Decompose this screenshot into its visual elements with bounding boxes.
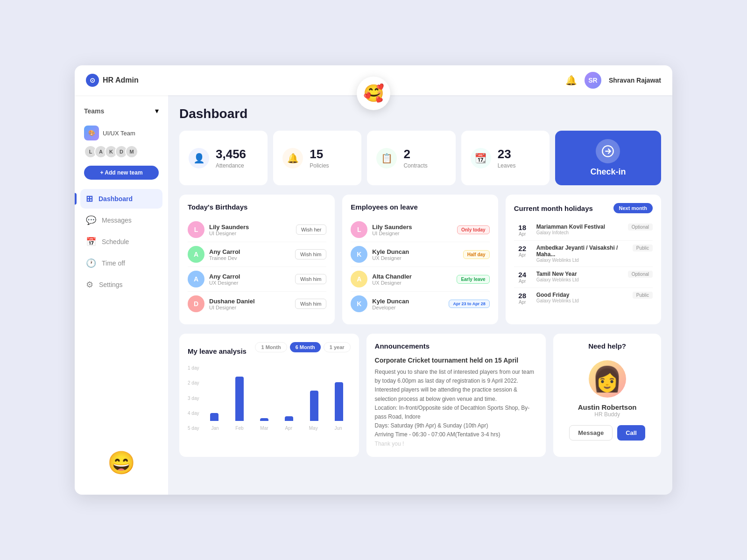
contracts-label: Contracts: [403, 162, 427, 169]
attendance-number: 3,456: [216, 147, 246, 161]
leave-item-2: A Alta Chandler UX Designer Early leave: [351, 267, 489, 292]
policies-info: 15 Policies: [310, 147, 329, 169]
birthday-role-1: Trainee Dev: [209, 255, 290, 261]
leave-role-2: UX Designer: [372, 280, 452, 286]
holiday-info-3: Good Friday Galaxy Weblinks Ltd: [536, 292, 627, 303]
bar-mar: [260, 418, 268, 421]
avatar: SR: [585, 72, 601, 89]
bar-apr: [285, 416, 293, 421]
chart-y-labels: 5 day 4 day 3 day 2 day 1 day: [188, 365, 199, 431]
sidebar-item-settings[interactable]: ⚙ Settings: [80, 275, 162, 294]
birthday-name-0: Lily Saunders: [209, 224, 291, 231]
holiday-date-3: 28 Apr: [514, 292, 531, 305]
holiday-type-1: Public: [633, 245, 653, 252]
team-label: Teams: [84, 107, 104, 115]
logo-icon: ⊙: [86, 74, 99, 87]
help-person-name: Austin Robertson: [578, 403, 637, 411]
main-content: Dashboard 👤 3,456 Attendance 🔔 15 Polici…: [168, 95, 672, 495]
birthday-avatar-1: A: [188, 246, 204, 263]
sidebar-item-label-timeoff: Time off: [102, 259, 125, 267]
bar-col-mar: [253, 365, 275, 421]
filter-1year[interactable]: 1 year: [324, 342, 351, 352]
sidebar-item-schedule[interactable]: 📅 Schedule: [80, 232, 162, 252]
leave-item-1: K Kyle Duncan UX Designer Half day: [351, 242, 489, 267]
announcements-card: Announcements Corporate Cricket tourname…: [366, 334, 546, 457]
leaves-info: 23 Leaves: [498, 147, 516, 169]
next-month-button[interactable]: Next month: [613, 203, 653, 213]
holidays-header: Current month holidays Next month: [514, 203, 653, 213]
holidays-card: Current month holidays Next month 18 Apr…: [506, 195, 661, 324]
birthday-name-1: Any Carrol: [209, 248, 290, 255]
leave-analysis-card: My leave analysis 1 Month 6 Month 1 year…: [179, 334, 359, 457]
filter-tabs: 1 Month 6 Month 1 year: [255, 342, 350, 352]
leave-name-3: Kyle Duncan: [372, 298, 444, 305]
message-button[interactable]: Message: [569, 425, 613, 441]
leave-badge-3: Apr 23 to Apr 28: [449, 300, 489, 308]
sidebar-item-label-schedule: Schedule: [102, 238, 129, 245]
add-team-button[interactable]: + Add new team: [84, 166, 159, 180]
leave-info-3: Kyle Duncan Developer: [372, 298, 444, 310]
help-person-role: HR Buddy: [594, 411, 620, 418]
notification-bell-icon[interactable]: 🔔: [565, 75, 577, 86]
bar-col-jan: [203, 365, 226, 421]
stat-card-policies: 🔔 15 Policies: [273, 131, 361, 185]
birthday-info-2: Any Carrol UX Designer: [209, 273, 290, 286]
floating-emoji: 🥰: [357, 77, 390, 110]
sidebar-item-messages[interactable]: 💬 Messages: [80, 210, 162, 230]
leave-badge-0: Only today: [457, 225, 490, 234]
team-header: Teams ▾: [80, 105, 162, 117]
leave-avatar-1: K: [351, 246, 367, 263]
filter-1month[interactable]: 1 Month: [255, 342, 287, 352]
call-button[interactable]: Call: [617, 425, 645, 441]
content-grid: Today's Birthdays L Lily Saunders UI Des…: [179, 195, 661, 324]
sidebar-item-timeoff[interactable]: 🕐 Time off: [80, 253, 162, 273]
stat-card-checkin[interactable]: Check-in: [555, 131, 661, 185]
holiday-date-2: 24 Apr: [514, 271, 531, 284]
timeoff-icon: 🕐: [86, 258, 96, 268]
holiday-item-0: 18 Apr Mariamman Kovil Festival Galaxy I…: [514, 220, 653, 241]
stat-card-attendance: 👤 3,456 Attendance: [179, 131, 268, 185]
stat-card-leaves: 📆 23 Leaves: [461, 131, 550, 185]
birthday-item-3: D Dushane Daniel UI Designer Wish him: [188, 292, 326, 316]
schedule-icon: 📅: [86, 237, 96, 247]
wish-button-1[interactable]: Wish him: [295, 249, 326, 259]
leave-avatar-2: A: [351, 271, 367, 287]
holiday-info-2: Tamil New Year Galaxy Weblinks Ltd: [536, 271, 622, 282]
on-leave-title: Employees on leave: [351, 203, 489, 211]
leave-item-3: K Kyle Duncan Developer Apr 23 to Apr 28: [351, 292, 489, 316]
chart-x-labels: Jan Feb Mar Apr May Jun: [203, 424, 350, 431]
bar-jun: [335, 382, 343, 421]
policies-icon: 🔔: [282, 148, 303, 168]
birthday-avatar-3: D: [188, 295, 204, 312]
birthday-avatar-2: A: [188, 271, 204, 287]
help-card: Need help? 👩 Austin Robertson HR Buddy M…: [553, 334, 661, 457]
leaves-icon: 📆: [471, 148, 491, 168]
sidebar-emoji: 😄: [80, 441, 162, 485]
contracts-number: 2: [403, 147, 427, 161]
leave-name-0: Lily Saunders: [372, 224, 452, 231]
birthday-role-2: UX Designer: [209, 280, 290, 286]
leave-info-1: Kyle Duncan UX Designer: [372, 248, 458, 261]
holiday-item-3: 28 Apr Good Friday Galaxy Weblinks Ltd P…: [514, 288, 653, 308]
bar-may: [310, 391, 318, 421]
sidebar-item-dashboard[interactable]: ⊞ Dashboard: [80, 189, 162, 209]
birthday-role-3: UI Designer: [209, 305, 290, 310]
logo: ⊙ HR Admin: [86, 74, 139, 87]
filter-6month[interactable]: 6 Month: [290, 342, 321, 352]
chart-inner: Jan Feb Mar Apr May Jun: [203, 365, 350, 431]
wish-button-3[interactable]: Wish him: [295, 299, 326, 309]
messages-icon: 💬: [86, 215, 96, 225]
help-buttons: Message Call: [569, 425, 645, 441]
chevron-down-icon[interactable]: ▾: [155, 106, 159, 115]
bar-col-apr: [278, 365, 301, 421]
birthday-name-3: Dushane Daniel: [209, 298, 290, 305]
attendance-label: Attendance: [216, 162, 246, 169]
leave-name-1: Kyle Duncan: [372, 248, 458, 255]
wish-button-2[interactable]: Wish him: [295, 274, 326, 284]
settings-icon: ⚙: [86, 280, 93, 290]
team-item[interactable]: 🎨 UI/UX Team: [80, 123, 162, 143]
wish-button-0[interactable]: Wish her: [296, 224, 326, 235]
birthday-info-1: Any Carrol Trainee Dev: [209, 248, 290, 261]
holiday-item-1: 22 Apr Ambedkar Jeyanti / Vaisakshi / Ma…: [514, 241, 653, 267]
sidebar-item-label-dashboard: Dashboard: [99, 195, 133, 203]
